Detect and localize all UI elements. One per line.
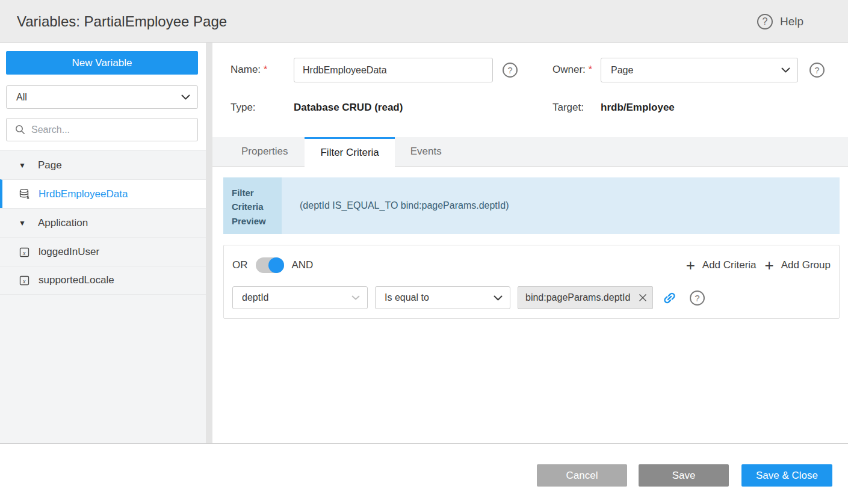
chevron-down-icon (181, 94, 190, 100)
sidebar-divider (206, 43, 212, 443)
add-group-button[interactable]: + Add Group (765, 257, 831, 273)
database-variable-icon (19, 188, 31, 200)
svg-text:x: x (22, 278, 26, 284)
variable-meta-row: Type: Database CRUD (read) Target: hrdb/… (231, 102, 832, 116)
name-label: Name: * (231, 64, 267, 76)
filter-criteria-preview: Filter Criteria Preview (deptId IS_EQUAL… (223, 177, 840, 234)
static-variable-icon: x (19, 246, 31, 258)
plus-icon: + (686, 257, 695, 273)
criteria-row: deptId Is equal to bind:pageParams.deptI… (232, 286, 831, 309)
owner-help-icon[interactable]: ? (809, 63, 825, 78)
tab-filter-criteria[interactable]: Filter Criteria (305, 137, 394, 167)
variables-tree: ▼ Page HrdbEmployeeData ▼ Application (0, 150, 206, 295)
sidebar-empty-area (0, 295, 206, 443)
tree-item-label: HrdbEmployeeData (39, 188, 128, 200)
variable-search-box[interactable] (6, 118, 198, 141)
target-value: hrdb/Employee (601, 102, 675, 114)
criteria-field-value: deptId (233, 292, 351, 303)
owner-select[interactable]: Page (601, 58, 798, 82)
chevron-down-icon (494, 295, 503, 301)
tab-properties[interactable]: Properties (226, 137, 305, 167)
plus-icon: + (765, 257, 774, 273)
tree-group-label: Page (38, 159, 62, 171)
bind-link-icon[interactable] (663, 291, 676, 305)
new-variable-button[interactable]: New Variable (6, 51, 198, 75)
criteria-condition-select[interactable]: Is equal to (375, 286, 510, 309)
static-variable-icon: x (19, 274, 31, 286)
tree-group-label: Application (38, 217, 88, 229)
type-label: Type: (231, 102, 256, 114)
criteria-value-text: bind:pageParams.deptId (525, 292, 637, 303)
help-button[interactable]: ? Help (757, 0, 803, 43)
variable-identity-row: Name: * ? Owner: * Page ? (231, 58, 832, 82)
remove-value-icon[interactable] (638, 293, 648, 303)
save-button[interactable]: Save (639, 464, 729, 487)
search-icon (15, 124, 25, 135)
tree-item-label: loggedInUser (39, 246, 99, 258)
dialog-footer: Cancel Save Save & Close (0, 443, 848, 504)
add-group-label: Add Group (781, 259, 831, 271)
tree-item-loggedinuser[interactable]: x loggedInUser (0, 237, 206, 266)
criteria-value-chip[interactable]: bind:pageParams.deptId (518, 286, 653, 309)
collapse-triangle-icon[interactable]: ▼ (19, 219, 27, 227)
svg-text:x: x (22, 249, 26, 256)
chevron-down-icon (351, 295, 360, 300)
criteria-group: OR AND + Add Criteria + Add Group (223, 245, 840, 319)
cancel-button[interactable]: Cancel (537, 464, 627, 487)
tree-item-supportedlocale[interactable]: x supportedLocale (0, 266, 206, 295)
tree-item-label: supportedLocale (39, 274, 114, 286)
collapse-triangle-icon[interactable]: ▼ (19, 161, 27, 170)
add-criteria-label: Add Criteria (702, 259, 757, 271)
owner-value: Page (601, 65, 781, 76)
tree-group-page[interactable]: ▼ Page (0, 150, 206, 179)
add-criteria-button[interactable]: + Add Criteria (686, 257, 757, 273)
name-help-icon[interactable]: ? (503, 63, 518, 78)
preview-label: Filter Criteria Preview (223, 177, 282, 234)
variables-sidebar: New Variable All ▼ Page (0, 43, 206, 443)
tree-group-application[interactable]: ▼ Application (0, 208, 206, 237)
tree-item-hrdbemployeedata[interactable]: HrdbEmployeeData (0, 179, 206, 208)
variable-filter-value: All (7, 92, 181, 103)
name-field[interactable] (294, 58, 493, 82)
tab-events[interactable]: Events (395, 137, 457, 167)
help-circle-icon: ? (757, 14, 773, 29)
or-and-toggle[interactable] (256, 257, 284, 273)
criteria-group-header: OR AND + Add Criteria + Add Group (232, 256, 831, 274)
variable-filter-select[interactable]: All (6, 85, 198, 109)
save-and-close-button[interactable]: Save & Close (741, 464, 832, 487)
toggle-or-label: OR (232, 259, 248, 271)
search-input[interactable] (31, 124, 176, 135)
owner-label: Owner: * (552, 64, 592, 76)
required-marker: * (589, 64, 593, 75)
type-value: Database CRUD (read) (294, 102, 403, 114)
target-label: Target: (552, 102, 584, 114)
criteria-actions: + Add Criteria + Add Group (686, 257, 831, 273)
toggle-knob (268, 257, 284, 273)
variable-detail-panel: Name: * ? Owner: * Page ? Type: Database… (212, 43, 848, 443)
toggle-and-label: AND (292, 259, 314, 271)
required-marker: * (264, 64, 268, 75)
dialog-header: Variables: PartialEmployee Page ? Help (0, 0, 848, 43)
preview-expression: (deptId IS_EQUAL_TO bind:pageParams.dept… (282, 177, 840, 234)
criteria-help-icon[interactable]: ? (690, 290, 705, 306)
criteria-field-select[interactable]: deptId (232, 286, 368, 309)
page-title: Variables: PartialEmployee Page (17, 0, 227, 43)
help-label: Help (780, 15, 803, 28)
chevron-down-icon (781, 67, 790, 73)
detail-tabbar: Properties Filter Criteria Events (212, 137, 848, 167)
variables-dialog: Variables: PartialEmployee Page ? Help N… (0, 0, 848, 504)
criteria-condition-value: Is equal to (376, 292, 494, 303)
